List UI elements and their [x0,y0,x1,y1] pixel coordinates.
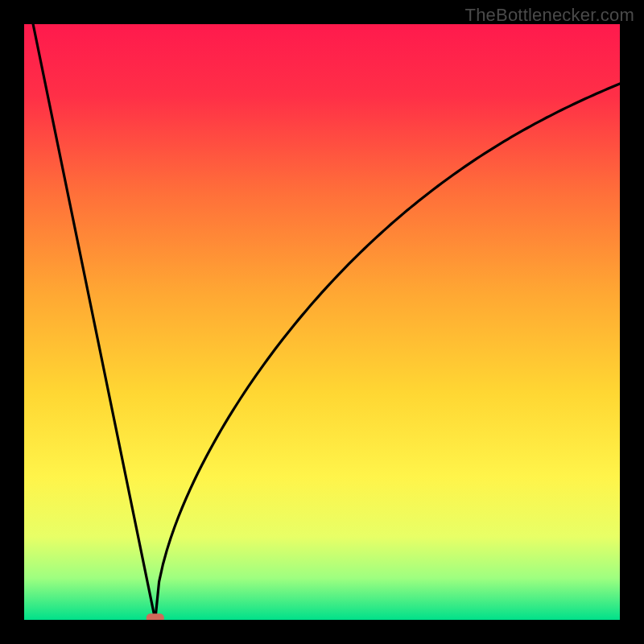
bottleneck-chart [24,24,620,620]
plot-background [24,24,620,620]
minimum-marker [147,613,164,620]
watermark-text: TheBottlenecker.com [465,5,634,26]
chart-frame: TheBottlenecker.com [0,0,644,644]
